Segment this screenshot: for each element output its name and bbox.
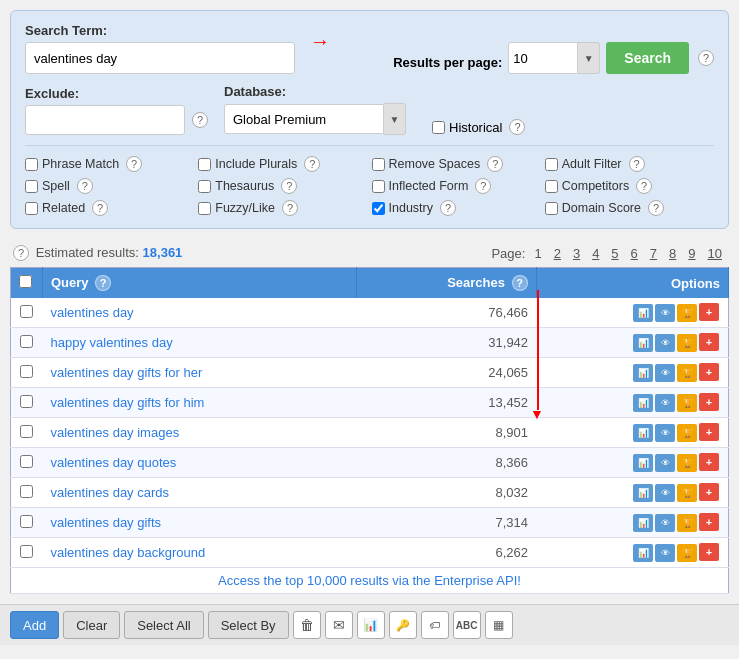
page-link-9[interactable]: 9 bbox=[685, 246, 698, 261]
plus-option-icon[interactable]: + bbox=[699, 363, 719, 381]
help-icon-industry[interactable]: ? bbox=[440, 200, 456, 216]
checkbox-competitors[interactable] bbox=[545, 180, 558, 193]
email-icon[interactable]: ✉ bbox=[325, 611, 353, 639]
checkbox-include_plurals[interactable] bbox=[198, 158, 211, 171]
eye-option-icon[interactable]: 👁 bbox=[655, 424, 675, 442]
row-checkbox[interactable] bbox=[20, 485, 33, 498]
page-link-10[interactable]: 10 bbox=[705, 246, 725, 261]
label-competitors[interactable]: Competitors bbox=[562, 179, 629, 193]
plus-option-icon[interactable]: + bbox=[699, 513, 719, 531]
row-checkbox[interactable] bbox=[20, 545, 33, 558]
query-link[interactable]: valentines day background bbox=[51, 545, 206, 560]
eye-option-icon[interactable]: 👁 bbox=[655, 484, 675, 502]
select-all-button[interactable]: Select All bbox=[124, 611, 203, 639]
help-icon-related[interactable]: ? bbox=[92, 200, 108, 216]
trophy-option-icon[interactable]: 🏆 bbox=[677, 364, 697, 382]
historical-checkbox[interactable] bbox=[432, 121, 445, 134]
label-fuzzy_like[interactable]: Fuzzy/Like bbox=[215, 201, 275, 215]
label-phrase_match[interactable]: Phrase Match bbox=[42, 157, 119, 171]
plus-option-icon[interactable]: + bbox=[699, 303, 719, 321]
select-by-button[interactable]: Select By bbox=[208, 611, 289, 639]
help-icon-phrase_match[interactable]: ? bbox=[126, 156, 142, 172]
help-icon-domain_score[interactable]: ? bbox=[648, 200, 664, 216]
eye-option-icon[interactable]: 👁 bbox=[655, 544, 675, 562]
searches-help-icon[interactable]: ? bbox=[512, 275, 528, 291]
plus-option-icon[interactable]: + bbox=[699, 453, 719, 471]
checkbox-phrase_match[interactable] bbox=[25, 158, 38, 171]
search-term-input[interactable] bbox=[25, 42, 295, 74]
page-link-8[interactable]: 8 bbox=[666, 246, 679, 261]
checkbox-spell[interactable] bbox=[25, 180, 38, 193]
checkbox-adult_filter[interactable] bbox=[545, 158, 558, 171]
help-icon-spell[interactable]: ? bbox=[77, 178, 93, 194]
label-thesaurus[interactable]: Thesaurus bbox=[215, 179, 274, 193]
trophy-option-icon[interactable]: 🏆 bbox=[677, 424, 697, 442]
chart-option-icon[interactable]: 📊 bbox=[633, 364, 653, 382]
label-remove_spaces[interactable]: Remove Spaces bbox=[389, 157, 481, 171]
label-inflected_form[interactable]: Inflected Form bbox=[389, 179, 469, 193]
database-select-arrow[interactable]: ▼ bbox=[384, 103, 406, 135]
query-link[interactable]: valentines day gifts for her bbox=[51, 365, 203, 380]
page-link-2[interactable]: 2 bbox=[551, 246, 564, 261]
chart-option-icon[interactable]: 📊 bbox=[633, 514, 653, 532]
eye-option-icon[interactable]: 👁 bbox=[655, 394, 675, 412]
historical-label[interactable]: Historical bbox=[449, 120, 502, 135]
clear-button[interactable]: Clear bbox=[63, 611, 120, 639]
query-link[interactable]: valentines day quotes bbox=[51, 455, 177, 470]
help-icon-adult_filter[interactable]: ? bbox=[629, 156, 645, 172]
eye-option-icon[interactable]: 👁 bbox=[655, 364, 675, 382]
chart-option-icon[interactable]: 📊 bbox=[633, 424, 653, 442]
page-link-3[interactable]: 3 bbox=[570, 246, 583, 261]
row-checkbox[interactable] bbox=[20, 395, 33, 408]
row-checkbox[interactable] bbox=[20, 305, 33, 318]
help-icon-competitors[interactable]: ? bbox=[636, 178, 652, 194]
add-button[interactable]: Add bbox=[10, 611, 59, 639]
select-all-checkbox[interactable] bbox=[19, 275, 32, 288]
label-domain_score[interactable]: Domain Score bbox=[562, 201, 641, 215]
results-per-page-select[interactable]: 10 25 50 bbox=[508, 42, 578, 74]
help-icon-remove_spaces[interactable]: ? bbox=[487, 156, 503, 172]
estimated-help-icon[interactable]: ? bbox=[13, 245, 29, 261]
chart-option-icon[interactable]: 📊 bbox=[633, 334, 653, 352]
search-help-icon[interactable]: ? bbox=[698, 50, 714, 66]
label-related[interactable]: Related bbox=[42, 201, 85, 215]
checkbox-fuzzy_like[interactable] bbox=[198, 202, 211, 215]
query-link[interactable]: valentines day gifts for him bbox=[51, 395, 205, 410]
exclude-input[interactable] bbox=[25, 105, 185, 135]
plus-option-icon[interactable]: + bbox=[699, 423, 719, 441]
exclude-help-icon[interactable]: ? bbox=[192, 112, 208, 128]
trophy-option-icon[interactable]: 🏆 bbox=[677, 334, 697, 352]
checkbox-remove_spaces[interactable] bbox=[372, 158, 385, 171]
chart-option-icon[interactable]: 📊 bbox=[633, 454, 653, 472]
eye-option-icon[interactable]: 👁 bbox=[655, 334, 675, 352]
page-link-5[interactable]: 5 bbox=[608, 246, 621, 261]
plus-option-icon[interactable]: + bbox=[699, 393, 719, 411]
checkbox-related[interactable] bbox=[25, 202, 38, 215]
page-link-6[interactable]: 6 bbox=[628, 246, 641, 261]
checkbox-inflected_form[interactable] bbox=[372, 180, 385, 193]
query-link[interactable]: valentines day gifts bbox=[51, 515, 162, 530]
abc-icon[interactable]: ABC bbox=[453, 611, 481, 639]
chart-option-icon[interactable]: 📊 bbox=[633, 484, 653, 502]
help-icon-fuzzy_like[interactable]: ? bbox=[282, 200, 298, 216]
trophy-option-icon[interactable]: 🏆 bbox=[677, 454, 697, 472]
grid-icon[interactable]: ▦ bbox=[485, 611, 513, 639]
trash-icon[interactable]: 🗑 bbox=[293, 611, 321, 639]
checkbox-industry[interactable] bbox=[372, 202, 385, 215]
plus-option-icon[interactable]: + bbox=[699, 483, 719, 501]
label-include_plurals[interactable]: Include Plurals bbox=[215, 157, 297, 171]
query-link[interactable]: valentines day cards bbox=[51, 485, 170, 500]
help-icon-include_plurals[interactable]: ? bbox=[304, 156, 320, 172]
eye-option-icon[interactable]: 👁 bbox=[655, 304, 675, 322]
row-checkbox[interactable] bbox=[20, 335, 33, 348]
row-checkbox[interactable] bbox=[20, 365, 33, 378]
chart-option-icon[interactable]: 📊 bbox=[633, 394, 653, 412]
row-checkbox[interactable] bbox=[20, 455, 33, 468]
label-adult_filter[interactable]: Adult Filter bbox=[562, 157, 622, 171]
chart-option-icon[interactable]: 📊 bbox=[633, 544, 653, 562]
query-link[interactable]: valentines day images bbox=[51, 425, 180, 440]
eye-option-icon[interactable]: 👁 bbox=[655, 514, 675, 532]
page-link-7[interactable]: 7 bbox=[647, 246, 660, 261]
help-icon-inflected_form[interactable]: ? bbox=[475, 178, 491, 194]
database-select[interactable]: Global Premium US UK bbox=[224, 104, 384, 134]
